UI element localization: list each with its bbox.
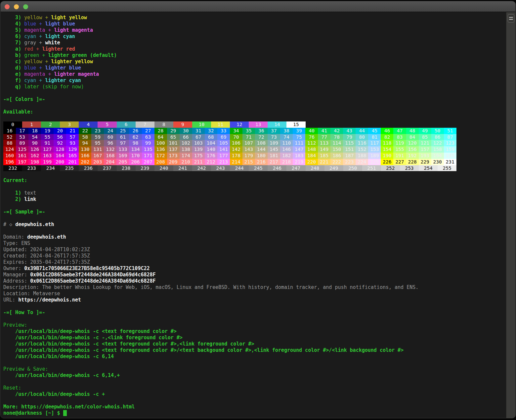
terminal-line: f) cyan + lighter cyan: [3, 77, 506, 84]
palette-cell-228: 228: [406, 159, 419, 165]
palette-row: 1241251261271281291301311321331341351361…: [3, 146, 456, 153]
palette-cell-164: 164: [54, 153, 66, 159]
palette-cell-203: 203: [91, 159, 104, 165]
scroll-marker-button[interactable]: [508, 14, 514, 23]
palette-cell-239: 239: [136, 165, 154, 171]
screenshot-stage: 3) yellow + light yellow 4) blue + light…: [0, 0, 516, 420]
palette-cell-97: 97: [116, 140, 129, 146]
palette-cell-13: 13: [249, 121, 268, 128]
palette-cell-146: 146: [280, 146, 293, 153]
palette-cell-163: 163: [41, 153, 54, 159]
palette-cell-221: 221: [318, 159, 330, 165]
palette-cell-214: 214: [230, 159, 242, 165]
palette-cell-53: 53: [16, 134, 28, 140]
palette-cell-231: 231: [444, 159, 456, 165]
terminal-cursor[interactable]: [63, 410, 67, 416]
palette-cell-44: 44: [356, 128, 368, 134]
titlebar[interactable]: [1, 1, 515, 12]
terminal-line: [3, 360, 506, 366]
palette-cell-156: 156: [406, 146, 419, 153]
palette-cell-224: 224: [356, 159, 368, 165]
terminal-line: [3, 90, 506, 96]
palette-cell-222: 222: [330, 159, 343, 165]
palette-cell-249: 249: [324, 165, 343, 171]
palette-cell-24: 24: [104, 128, 116, 134]
palette-cell-14: 14: [268, 121, 286, 128]
palette-cell-27: 27: [142, 128, 154, 134]
palette-cell-68: 68: [205, 134, 217, 140]
palette-cell-16: 16: [3, 128, 16, 134]
palette-cell-179: 179: [242, 153, 255, 159]
palette-row: 2322332342352362372382392402412422432442…: [3, 165, 456, 171]
palette-cell-183: 183: [293, 153, 305, 159]
terminal-line: /usr/local/bin/deep-whois -c 6,14: [3, 353, 506, 360]
zoom-button[interactable]: [23, 4, 28, 9]
terminal-line: 5) magenta + light magenta: [3, 27, 506, 33]
terminal-line: More: https://deepwhois.net/color-whois.…: [3, 404, 506, 410]
palette-cell-10: 10: [192, 121, 211, 128]
palette-cell-0: 0: [3, 121, 22, 128]
palette-cell-108: 108: [255, 140, 268, 146]
palette-cell-38: 38: [280, 128, 293, 134]
terminal-line: -=[ Sample ]=-: [3, 209, 506, 215]
palette-cell-196: 196: [3, 159, 16, 165]
palette-cell-180: 180: [255, 153, 268, 159]
palette-cell-58: 58: [79, 134, 91, 140]
scroll-marker-icon: [509, 17, 513, 18]
palette-cell-107: 107: [242, 140, 255, 146]
palette-cell-82: 82: [381, 134, 393, 140]
terminal-line: a) red + lighter red: [3, 46, 506, 52]
palette-cell-148: 148: [305, 146, 318, 153]
palette-cell-230: 230: [431, 159, 444, 165]
palette-cell-210: 210: [180, 159, 192, 165]
terminal-line: e) magenta + lighter magenta: [3, 71, 506, 77]
terminal-line: Domain: deepwhois.eth: [3, 234, 506, 240]
palette-cell-144: 144: [255, 146, 268, 153]
palette-cell-88: 88: [3, 140, 16, 146]
palette-cell-111: 111: [293, 140, 305, 146]
palette-cell-84: 84: [406, 134, 419, 140]
palette-cell-41: 41: [318, 128, 330, 134]
palette-cell-248: 248: [306, 165, 324, 171]
palette-cell-154: 154: [381, 146, 393, 153]
palette-cell-167: 167: [91, 153, 104, 159]
palette-cell-5: 5: [98, 121, 116, 128]
close-button[interactable]: [5, 4, 10, 9]
terminal-line: [3, 115, 506, 121]
palette-cell-243: 243: [211, 165, 230, 171]
minimize-button[interactable]: [14, 4, 19, 9]
palette-cell-186: 186: [330, 153, 343, 159]
palette-cell-220: 220: [305, 159, 318, 165]
terminal-line: Type: ENS: [3, 240, 506, 247]
palette-cell-18: 18: [28, 128, 41, 134]
palette-cell-90: 90: [28, 140, 41, 146]
terminal-line: Owner: 0x39B71c705066E23E27B58e8c95405b7…: [3, 265, 506, 272]
palette-row: 0123456789101112131415: [3, 121, 456, 128]
palette-cell-215: 215: [242, 159, 255, 165]
palette-cell-149: 149: [318, 146, 330, 153]
palette-cell-71: 71: [242, 134, 255, 140]
palette-cell-161: 161: [16, 153, 28, 159]
palette-cell-36: 36: [255, 128, 268, 134]
palette-cell-55: 55: [41, 134, 54, 140]
palette-row: 1601611621631641651661671681691701711721…: [3, 153, 456, 159]
palette-cell-195: 195: [444, 153, 456, 159]
palette-cell-227: 227: [393, 159, 406, 165]
palette-cell-73: 73: [268, 134, 280, 140]
palette-cell-119: 119: [393, 140, 406, 146]
palette-cell-238: 238: [117, 165, 136, 171]
palette-cell-232: 232: [3, 165, 22, 171]
terminal-line: [3, 303, 506, 309]
terminal-line: [3, 184, 506, 190]
palette-cell-235: 235: [60, 165, 79, 171]
terminal-line: /usr/local/bin/deep-whois -c +: [3, 391, 506, 397]
palette-cell-171: 171: [142, 153, 154, 159]
scrollbar-track[interactable]: [506, 12, 515, 418]
palette-cell-7: 7: [136, 121, 154, 128]
terminal-screen[interactable]: 3) yellow + light yellow 4) blue + light…: [1, 12, 506, 418]
palette-cell-86: 86: [431, 134, 444, 140]
palette-cell-113: 113: [318, 140, 330, 146]
palette-cell-132: 132: [104, 146, 116, 153]
terminal-line: Preview & Save:: [3, 366, 506, 372]
palette-cell-206: 206: [129, 159, 142, 165]
